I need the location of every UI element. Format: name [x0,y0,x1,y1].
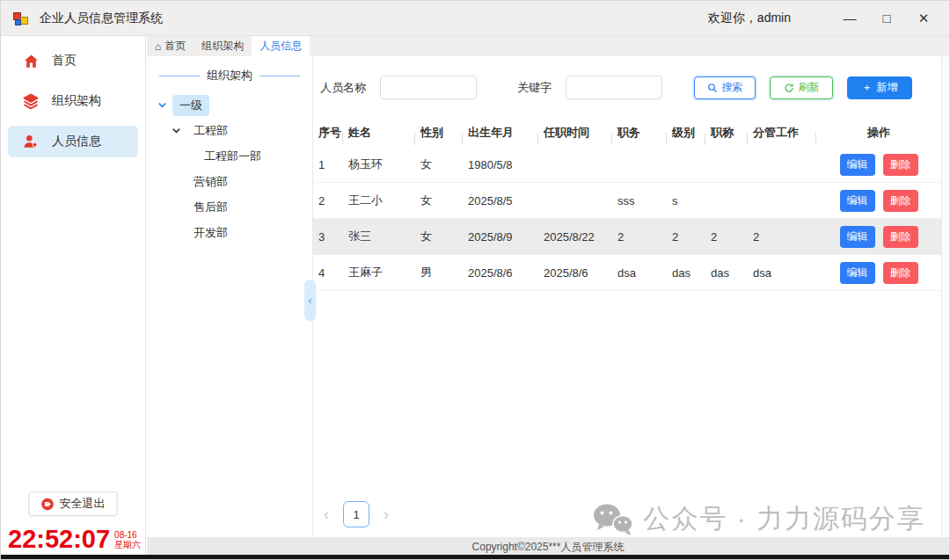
keyword-label: 关键字 [517,80,552,96]
pagination: ‹ 1 › [324,501,389,527]
table-cell: sss [612,194,667,207]
delete-button[interactable]: 删除 [883,154,918,176]
tree-node-engineering-1[interactable]: 工程部一部 [147,143,312,169]
personnel-table: 序号 姓名 性别 出生年月 任职时间 职务 级别 职称 分管工作 操作 1杨玉环… [313,118,941,291]
table-cell: 4 [313,266,343,280]
copyright-text: Copyright©2025***人员管理系统 [472,540,625,555]
table-body: 1杨玉环女1980/5/8编辑删除2王二小女2025/8/5ssss编辑删除3张… [313,147,941,291]
edit-button[interactable]: 编辑 [840,154,875,176]
sidebar: 首页 组织架构 人员信息 安全退出 22:52:0 [1,36,146,555]
table-cell: 男 [415,265,463,280]
tab-org[interactable]: 组织架构 [194,36,252,56]
table-cell: dsa [612,266,667,280]
table-row: 2王二小女2025/8/5ssss编辑删除 [313,183,941,219]
tree-collapse-handle[interactable]: ‹ [304,280,316,321]
name-input[interactable] [380,76,477,99]
clock-date: 08-16 星期六 [114,530,141,549]
prev-page-icon[interactable]: ‹ [324,506,329,522]
delete-button[interactable]: 删除 [883,190,918,212]
table-header-row: 序号 姓名 性别 出生年月 任职时间 职务 级别 职称 分管工作 操作 [313,118,941,147]
table-cell: 杨玉环 [343,156,415,172]
tree-header: 组织架构 [152,68,307,84]
tree-node-engineering[interactable]: 工程部 [147,118,312,143]
clock: 22:52:07 08-16 星期六 [8,525,141,554]
delete-button[interactable]: 删除 [883,226,918,248]
table-cell: 2 [612,230,667,244]
edit-button[interactable]: 编辑 [840,190,875,212]
search-form: 人员名称 关键字 搜索 刷新 ＋ 新增 [320,76,941,99]
page-number[interactable]: 1 [343,501,369,527]
sidebar-item-label: 人员信息 [52,134,101,149]
search-button[interactable]: 搜索 [694,76,756,99]
tab-home[interactable]: ⌂ 首页 [147,36,194,56]
tree-node-dev[interactable]: 开发部 [147,220,312,245]
minimize-button[interactable]: — [835,6,865,31]
home-icon [22,52,40,69]
table-cell: dsa [748,266,816,280]
table-cell: 2 [313,194,343,207]
sidebar-item-label: 首页 [52,53,77,69]
bottom-edge [1,555,949,559]
table-cell: 2025/8/22 [538,230,612,244]
table-cell: das [705,266,748,280]
clock-time: 22:52:07 [8,525,110,554]
maximize-button[interactable]: □ [872,6,902,31]
table-cell: 2025/8/6 [463,266,538,280]
row-actions: 编辑删除 [816,190,941,212]
add-button[interactable]: ＋ 新增 [847,76,912,99]
col-header: 姓名 [343,125,415,141]
table-cell: 2025/8/5 [463,194,538,207]
edit-button[interactable]: 编辑 [840,262,875,284]
home-outline-icon: ⌂ [155,40,161,53]
keyword-input[interactable] [566,76,662,99]
table-row: 1杨玉环女1980/5/8编辑删除 [313,147,941,183]
tree-node-aftersales[interactable]: 售后部 [147,194,312,220]
table-row: 3张三女2025/8/92025/8/222222编辑删除 [313,219,941,255]
app-title: 企业人员信息管理系统 [40,11,163,26]
table-cell: 王二小 [343,193,415,208]
app-window: 企业人员信息管理系统 欢迎你，admin — □ ✕ 首页 组织架构 [0,0,950,560]
tree-node-marketing[interactable]: 营销部 [147,169,312,194]
refresh-button[interactable]: 刷新 [770,76,833,99]
scrollbar[interactable] [941,56,949,535]
welcome-text: 欢迎你，admin [708,11,791,26]
table-cell: s [667,194,705,207]
app-icon [13,11,29,26]
table-cell: 2 [705,230,748,244]
watermark: 公众号 · 力力源码分享 [592,501,925,537]
table-cell: 1980/5/8 [463,158,538,171]
sidebar-item-label: 组织架构 [52,93,101,109]
sidebar-item-personnel[interactable]: 人员信息 [8,126,138,157]
chevron-down-icon[interactable] [157,100,167,111]
sidebar-item-home[interactable]: 首页 [8,45,138,76]
chevron-down-icon[interactable] [171,126,181,136]
row-actions: 编辑删除 [816,154,941,176]
row-actions: 编辑删除 [816,226,941,248]
col-header: 任职时间 [538,125,612,141]
wechat-icon [592,503,634,536]
logout-button[interactable]: 安全退出 [29,491,118,516]
col-header: 级别 [667,125,705,141]
tree-node-level1[interactable]: 一级 [147,92,312,118]
table-cell: 1 [313,158,343,171]
logout-icon [41,498,55,511]
col-header: 出生年月 [463,125,538,141]
table-cell: 2 [748,230,816,244]
table-cell: 2 [667,230,705,244]
tree-nodes: 一级 工程部 工程部一部 营销部 售后部 开发部 [147,92,312,245]
table-row: 4王麻子男2025/8/62025/8/6dsadasdasdsa编辑删除 [313,255,941,291]
next-page-icon[interactable]: › [384,506,389,522]
logout-label: 安全退出 [60,496,106,512]
edit-button[interactable]: 编辑 [840,226,875,248]
table-cell: 2025/8/9 [463,230,538,244]
table-cell: 张三 [343,229,415,244]
table-cell: 2025/8/6 [538,266,612,280]
tabbar: ⌂ 首页 组织架构 人员信息 [147,36,949,56]
col-header: 性别 [415,125,463,141]
table-cell: das [667,266,705,280]
table-cell: 3 [313,230,343,244]
tab-personnel[interactable]: 人员信息 [252,36,310,56]
close-button[interactable]: ✕ [909,6,939,31]
delete-button[interactable]: 删除 [883,262,918,284]
sidebar-item-org[interactable]: 组织架构 [8,85,138,117]
